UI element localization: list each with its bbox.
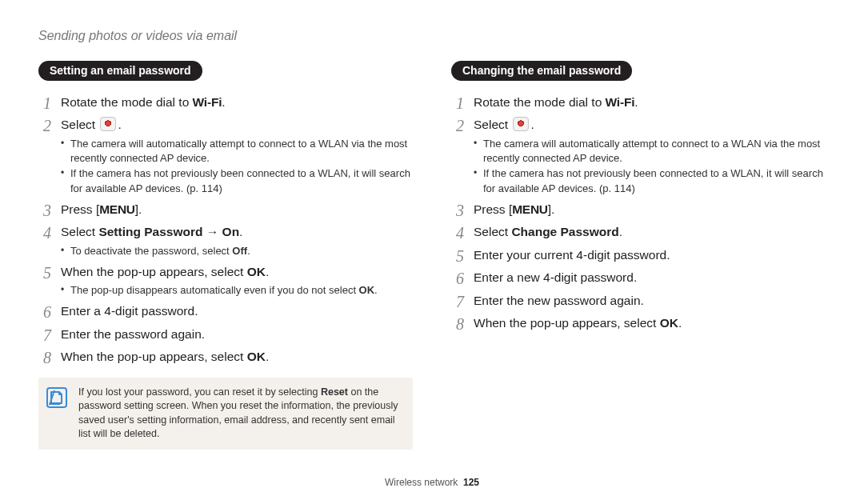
right-column: Changing the email password Rotate the m… <box>451 61 826 450</box>
bold-term: Change Password <box>511 225 618 238</box>
step-text: When the pop-up appears, select <box>474 316 660 330</box>
sub-bullet: The camera will automatically attempt to… <box>474 137 826 166</box>
step-text: Select <box>474 225 511 238</box>
menu-button-label: MENU <box>99 202 134 216</box>
step-text: Press [ <box>474 202 512 216</box>
step-text: . <box>530 118 534 131</box>
step-text: . <box>678 316 682 330</box>
step-text: → <box>202 225 222 238</box>
page-number: 125 <box>463 477 479 488</box>
heading-pill-set-password: Setting an email password <box>38 61 202 81</box>
step: Press [MENU]. <box>451 201 826 218</box>
email-app-icon <box>513 117 529 131</box>
step-text: . <box>222 95 225 109</box>
page-footer: Wireless network 125 <box>0 477 864 488</box>
step: Select Change Password. <box>451 223 826 241</box>
wifi-icon: Wi-Fi <box>606 94 635 111</box>
two-column-layout: Setting an email password Rotate the mod… <box>38 61 826 450</box>
step: Enter a new 4-digit password. <box>451 269 826 286</box>
step-text: . <box>118 118 121 131</box>
step-text: ]. <box>548 202 555 216</box>
step-text: When the pop-up appears, select <box>61 265 247 278</box>
bold-term: OK <box>247 350 266 363</box>
wifi-icon: Wi-Fi <box>193 94 222 111</box>
step-text: . <box>634 95 638 109</box>
step: When the pop-up appears, select OK. The … <box>38 263 413 298</box>
sub-bullet: The pop-up disappears automatically even… <box>61 283 413 298</box>
section-header: Sending photos or videos via email <box>38 29 826 43</box>
bold-term: On <box>222 225 240 238</box>
step-text: When the pop-up appears, select <box>61 350 247 363</box>
step-text: . <box>266 350 269 363</box>
sub-bullet: If the camera has not previously been co… <box>61 166 413 195</box>
step: When the pop-up appears, select OK. <box>451 314 826 332</box>
note-text: If you lost your password, you can reset… <box>78 386 402 442</box>
step-text: ]. <box>135 202 142 216</box>
step: Enter your current 4-digit password. <box>451 246 826 264</box>
step: Select Setting Password → On. To deactiv… <box>38 223 413 258</box>
note-icon <box>46 387 67 408</box>
sub-bullets: The camera will automatically attempt to… <box>61 137 413 196</box>
step-text: Select <box>61 118 98 131</box>
step: Rotate the mode dial to Wi-Fi. <box>451 94 826 111</box>
menu-button-label: MENU <box>512 202 547 216</box>
manual-page: Sending photos or videos via email Setti… <box>0 0 864 504</box>
sub-bullets: The camera will automatically attempt to… <box>474 137 826 196</box>
bold-term: Setting Password <box>98 225 202 238</box>
sub-bullet: If the camera has not previously been co… <box>474 166 826 195</box>
sub-bullet: To deactivate the password, select Off. <box>61 244 413 258</box>
left-steps: Rotate the mode dial to Wi-Fi. Select . … <box>38 94 413 366</box>
step-text: Rotate the mode dial to <box>474 95 606 109</box>
step-text: Select <box>61 225 98 238</box>
right-steps: Rotate the mode dial to Wi-Fi. Select . … <box>451 94 826 333</box>
step-text: Select <box>474 118 511 131</box>
step: When the pop-up appears, select OK. <box>38 348 413 366</box>
info-note: If you lost your password, you can reset… <box>38 378 413 450</box>
step: Enter the password again. <box>38 326 413 343</box>
step: Enter the new password again. <box>451 292 826 310</box>
sub-bullets: The pop-up disappears automatically even… <box>61 283 413 298</box>
step: Enter a 4-digit password. <box>38 302 413 320</box>
footer-label: Wireless network <box>385 477 458 488</box>
sub-bullet: The camera will automatically attempt to… <box>61 137 413 166</box>
bold-term: OK <box>247 265 266 278</box>
step-text: . <box>619 225 622 238</box>
email-app-icon <box>100 117 116 131</box>
step-text: Press [ <box>61 202 99 216</box>
step-text: . <box>239 225 242 238</box>
step-text: . <box>266 265 269 278</box>
step: Rotate the mode dial to Wi-Fi. <box>38 94 413 111</box>
step-text: Rotate the mode dial to <box>61 95 193 109</box>
bold-term: OK <box>660 316 678 330</box>
step: Select . The camera will automatically a… <box>451 116 826 195</box>
step: Press [MENU]. <box>38 201 413 218</box>
step: Select . The camera will automatically a… <box>38 116 413 195</box>
left-column: Setting an email password Rotate the mod… <box>38 61 413 450</box>
heading-pill-change-password: Changing the email password <box>451 61 632 81</box>
sub-bullets: To deactivate the password, select Off. <box>61 244 413 258</box>
